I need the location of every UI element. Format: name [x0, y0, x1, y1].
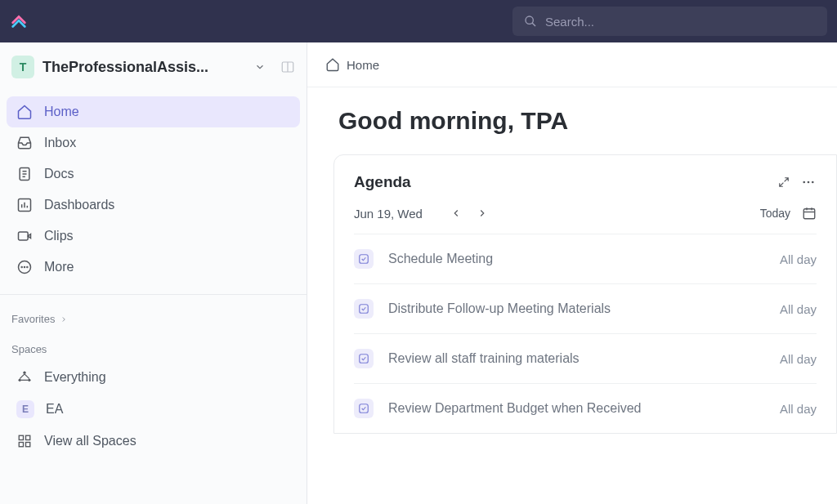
divider: [0, 294, 307, 295]
task-checkbox[interactable]: [354, 349, 374, 368]
chevron-down-icon: [254, 61, 266, 73]
chevron-right-icon: [60, 315, 68, 323]
nav-label: More: [44, 260, 74, 274]
svg-rect-23: [19, 435, 23, 439]
nav-inbox[interactable]: Inbox: [7, 127, 300, 158]
svg-rect-37: [360, 404, 369, 413]
dashboards-icon: [16, 197, 33, 213]
more-icon: [16, 259, 33, 275]
task-row[interactable]: Distribute Follow-up Meeting Materials A…: [354, 284, 817, 334]
docs-icon: [16, 166, 33, 182]
nav-label: Clips: [44, 229, 74, 243]
svg-point-18: [19, 379, 21, 381]
home-icon: [325, 57, 340, 72]
task-checkbox[interactable]: [354, 249, 374, 269]
nav-more[interactable]: More: [7, 252, 300, 283]
space-ea[interactable]: E EA: [0, 393, 307, 426]
svg-point-0: [526, 16, 533, 24]
task-title: Schedule Meeting: [388, 252, 780, 266]
task-time: All day: [780, 252, 817, 266]
nav-docs[interactable]: Docs: [7, 158, 300, 190]
more-menu-icon[interactable]: [800, 174, 817, 190]
agenda-card: Agenda Jun 19, Wed To: [333, 154, 837, 434]
agenda-title: Agenda: [354, 173, 768, 191]
task-title: Review Department Budget when Received: [388, 401, 780, 416]
home-icon: [16, 104, 33, 120]
svg-rect-34: [360, 255, 369, 264]
view-all-spaces[interactable]: View all Spaces: [0, 426, 307, 457]
nav-dashboards[interactable]: Dashboards: [7, 190, 300, 221]
svg-rect-12: [19, 232, 29, 240]
nav-label: Home: [44, 105, 79, 119]
prev-day-button[interactable]: [447, 204, 465, 222]
spaces-label: Spaces: [11, 343, 47, 355]
svg-point-29: [812, 181, 814, 184]
task-time: All day: [780, 302, 817, 316]
svg-rect-25: [19, 443, 23, 447]
nav-label: Dashboards: [44, 198, 114, 212]
task-time: All day: [780, 402, 817, 416]
svg-line-1: [532, 23, 535, 26]
search-input[interactable]: [545, 15, 816, 29]
task-time: All day: [780, 352, 817, 366]
svg-point-16: [27, 267, 28, 268]
task-row[interactable]: Review Department Budget when Received A…: [354, 384, 817, 433]
grid-icon: [16, 433, 33, 449]
agenda-date: Jun 19, Wed: [354, 207, 423, 221]
space-everything[interactable]: Everything: [0, 362, 307, 393]
main: Home Good morning, TPA Agenda Jun 19, We…: [307, 42, 837, 504]
task-row[interactable]: Review all staff training materials All …: [354, 334, 817, 384]
next-day-button[interactable]: [473, 204, 491, 222]
inbox-icon: [16, 135, 33, 151]
search-bar[interactable]: [512, 7, 827, 36]
svg-point-28: [808, 181, 810, 184]
breadcrumb: Home: [307, 42, 837, 87]
task-checkbox[interactable]: [354, 299, 374, 319]
svg-rect-35: [360, 305, 369, 314]
space-label: EA: [46, 402, 63, 417]
svg-rect-24: [26, 435, 30, 439]
nav-label: Inbox: [44, 136, 76, 150]
svg-line-21: [25, 374, 29, 379]
space-avatar: E: [16, 400, 34, 418]
app-logo-icon[interactable]: [10, 12, 28, 30]
spaces-header[interactable]: Spaces: [0, 332, 307, 362]
svg-point-15: [25, 267, 25, 268]
space-label: View all Spaces: [44, 434, 137, 448]
search-icon: [524, 15, 537, 28]
favorites-header[interactable]: Favorites: [0, 301, 307, 332]
nav-clips[interactable]: Clips: [7, 221, 300, 252]
workspace-name: TheProfessionalAssis...: [43, 59, 241, 76]
nav-home[interactable]: Home: [7, 96, 300, 127]
nav-label: Docs: [44, 167, 74, 181]
workspace-switcher[interactable]: T TheProfessionalAssis...: [0, 42, 307, 91]
svg-rect-30: [803, 209, 815, 219]
svg-rect-26: [26, 443, 30, 447]
sidebar: T TheProfessionalAssis... Home Inbox: [0, 42, 307, 504]
panel-toggle-icon[interactable]: [280, 60, 295, 74]
svg-point-14: [21, 267, 22, 268]
space-label: Everything: [44, 370, 106, 385]
task-title: Review all staff training materials: [388, 351, 780, 366]
workspace-avatar: T: [11, 56, 34, 78]
svg-point-19: [28, 379, 30, 381]
expand-icon[interactable]: [776, 174, 792, 190]
greeting: Good morning, TPA: [333, 107, 837, 135]
today-link[interactable]: Today: [760, 207, 790, 220]
task-checkbox[interactable]: [354, 399, 374, 418]
svg-point-17: [23, 372, 25, 374]
logo-area: [10, 12, 28, 30]
favorites-label: Favorites: [11, 313, 55, 325]
svg-point-27: [803, 181, 805, 184]
everything-icon: [16, 369, 33, 386]
svg-rect-36: [360, 355, 369, 364]
breadcrumb-home[interactable]: Home: [347, 58, 379, 72]
svg-line-20: [20, 374, 25, 379]
top-bar: [0, 0, 837, 42]
task-row[interactable]: Schedule Meeting All day: [354, 234, 817, 284]
calendar-icon[interactable]: [802, 206, 817, 221]
clips-icon: [16, 228, 33, 244]
task-title: Distribute Follow-up Meeting Materials: [388, 301, 780, 316]
